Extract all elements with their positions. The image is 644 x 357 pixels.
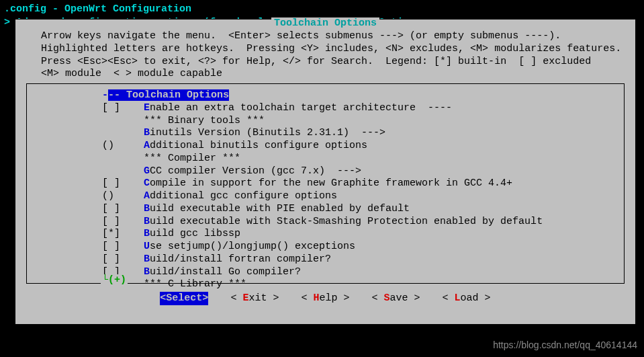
menu-bracket: [ ] [102,177,132,190]
menu-text: uild executable with Stack-Smashing Prot… [150,216,543,227]
menu-text: *** Compiler *** [144,153,240,164]
menu-text: ompile in support for the new Graphite f… [150,177,512,189]
help-text: Arrow keys navigate the menu. <Enter> se… [15,29,635,83]
watermark: https://blog.csdn.net/qq_40614144 [493,340,637,350]
menu-hotkey: B [144,228,150,239]
menu-bracket: [ ] [102,241,132,253]
menu-hotkey: B [144,266,150,278]
help-button[interactable]: < Help > [301,292,349,305]
menu-text: se setjump()/longjump() exceptions [150,241,355,252]
menu-item[interactable]: --- Toolchain Options [35,89,616,102]
save-button[interactable]: < Save > [372,292,420,305]
menu-hotkey: C [144,177,150,189]
menu-bracket: () [102,140,132,153]
menu-bracket: [*] [102,228,132,241]
exit-button[interactable]: < Exit > [230,292,279,305]
menu-text: uild/install fortran compiler? [150,253,331,265]
menu-bracket: [ ] [102,216,132,229]
menu-item[interactable]: [ ] Compile in support for the new Graph… [35,177,616,190]
menu-text: CC compiler Version (gcc 7.x) ---> [150,165,361,177]
menu-text: inutils Version (Binutils 2.31.1) ---> [150,127,385,138]
menu-item[interactable]: [*] Build gcc libssp [35,228,616,241]
menu-hotkey: G [144,165,150,177]
menu-hotkey: B [144,127,150,138]
menu-item[interactable]: [ ] Use setjump()/longjump() exceptions [35,241,616,253]
menu-bracket [102,165,132,178]
menu-item[interactable]: () Additional binutils configure options [35,140,616,153]
menu-hotkey: A [144,140,150,151]
menu-hotkey: E [144,102,150,114]
more-indicator: └(+) [101,274,128,286]
load-button[interactable]: < Load > [443,292,491,305]
button-row: <Select> < Exit > < Help > < Save > < Lo… [15,289,635,308]
menu-hotkey: B [144,253,150,265]
menu-text: *** Binary tools *** [144,115,265,126]
select-button[interactable]: <Select> [160,292,208,305]
main-panel: Toolchain Options Arrow keys navigate th… [15,19,636,325]
menu-text: uild/install Go compiler? [150,266,301,278]
menu-item[interactable]: Binutils Version (Binutils 2.31.1) ---> [35,127,616,140]
menu-bracket: [ ] [102,203,132,216]
menu-text: dditional gcc configure options [150,190,337,202]
menu-bracket: [ ] [102,253,132,266]
menu-bracket [102,153,132,165]
menu-box: --- Toolchain Options[ ] Enable an extra… [26,83,625,284]
menu-bracket: [ ] [102,102,132,115]
panel-title: Toolchain Options [15,17,635,29]
menu-item[interactable]: () Additional gcc configure options [35,190,616,203]
menu-hotkey: B [144,216,150,227]
menu-hotkey: B [144,203,150,214]
menu-text: uild executable with PIE enabled by defa… [150,203,410,214]
window-title: .config - OpenWrt Configuration [0,0,644,16]
menu-item[interactable]: [ ] Enable an extra toolchain target arc… [35,102,616,115]
menu-item[interactable]: [ ] Build executable with PIE enabled by… [35,203,616,216]
menu-bracket [102,127,132,140]
menu-item[interactable]: [ ] Build executable with Stack-Smashing… [35,216,616,229]
menu-bracket: () [102,190,132,203]
menu-text: uild gcc libssp [150,228,240,239]
menu-bracket [102,115,132,128]
menu-item[interactable]: GCC compiler Version (gcc 7.x) ---> [35,165,616,178]
menu-text: dditional binutils configure options [150,140,367,151]
menu-hotkey: U [144,241,150,252]
menu-text: *** C Library *** [144,278,246,290]
menu-item[interactable]: [ ] Build/install fortran compiler? [35,253,616,266]
menu-hotkey: A [144,190,150,202]
menu-text: nable an extra toolchain target architec… [150,102,452,114]
menu-item[interactable]: *** Binary tools *** [35,115,616,128]
menu-item[interactable]: *** Compiler *** [35,153,616,165]
